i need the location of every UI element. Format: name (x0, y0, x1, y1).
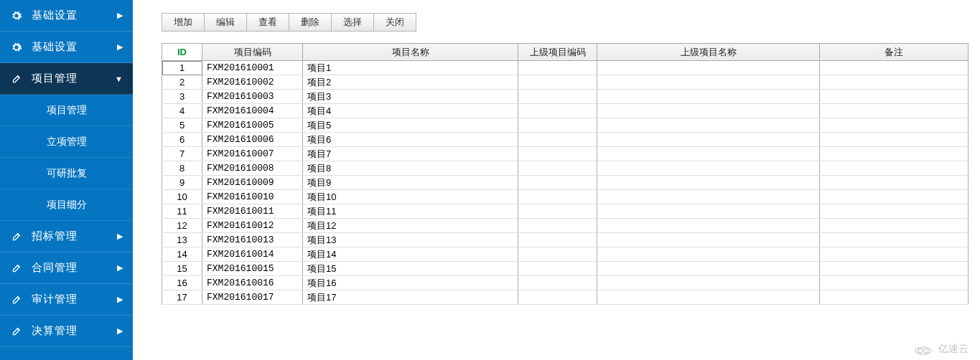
sub-item-0[interactable]: 项目管理 (0, 95, 133, 126)
cell-code: FXM201610004 (202, 104, 303, 118)
table-row[interactable]: 14FXM201610014项目14 (162, 247, 969, 262)
table-row[interactable]: 1FXM201610001项目1 (162, 61, 969, 75)
cell-pcode (518, 262, 597, 276)
edit-icon (10, 230, 23, 243)
col-parent-name[interactable]: 上级项目名称 (597, 44, 820, 61)
sidebar: 基础设置▶基础设置▶项目管理▼项目管理立项管理可研批复项目细分招标管理▶合同管理… (0, 0, 133, 360)
cell-code: FXM201610006 (202, 133, 303, 147)
nav-item-6[interactable]: 决算管理▶ (0, 316, 133, 347)
cell-pname (597, 61, 820, 75)
col-remark[interactable]: 备注 (820, 44, 969, 61)
table-row[interactable]: 10FXM201610010项目10 (162, 190, 969, 204)
cell-remark (820, 61, 969, 75)
cell-name: 项目4 (303, 104, 518, 118)
cell-pname (597, 262, 820, 276)
cell-id: 17 (162, 290, 202, 305)
col-id[interactable]: ID (162, 44, 202, 61)
cell-pcode (518, 104, 597, 118)
btn-增加[interactable]: 增加 (162, 13, 205, 32)
cell-name: 项目9 (303, 176, 518, 190)
cell-name: 项目3 (303, 90, 518, 104)
cell-code: FXM201610007 (202, 147, 303, 161)
cell-name: 项目16 (303, 276, 518, 290)
main-area: 增加编辑查看删除选择关闭 ID 项目编码 项目名称 上级项目编码 上级项目名称 … (133, 0, 980, 360)
grid-header: ID 项目编码 项目名称 上级项目编码 上级项目名称 备注 (162, 44, 969, 61)
btn-选择[interactable]: 选择 (331, 13, 374, 32)
cell-pname (597, 90, 820, 104)
cell-pcode (518, 204, 597, 219)
table-row[interactable]: 2FXM201610002项目2 (162, 75, 969, 90)
watermark: 亿速云 (914, 343, 969, 356)
cell-pcode (518, 147, 597, 161)
cell-name: 项目6 (303, 133, 518, 147)
cell-pcode (518, 118, 597, 133)
btn-关闭[interactable]: 关闭 (373, 13, 416, 32)
cell-pcode (518, 190, 597, 204)
sub-items: 项目管理立项管理可研批复项目细分 (0, 95, 133, 221)
cell-pname (597, 147, 820, 161)
btn-编辑[interactable]: 编辑 (204, 13, 247, 32)
table-row[interactable]: 16FXM201610016项目16 (162, 276, 969, 290)
table-row[interactable]: 5FXM201610005项目5 (162, 118, 969, 133)
nav-item-0[interactable]: 基础设置▶ (0, 0, 133, 32)
cell-code: FXM201610011 (202, 204, 303, 219)
table-row[interactable]: 9FXM201610009项目9 (162, 176, 969, 190)
cell-remark (820, 161, 969, 176)
table-row[interactable]: 8FXM201610008项目8 (162, 161, 969, 176)
cell-pname (597, 104, 820, 118)
col-parent-code[interactable]: 上级项目编码 (518, 44, 597, 61)
nav-label: 基础设置 (32, 9, 117, 22)
cell-code: FXM201610016 (202, 276, 303, 290)
cell-name: 项目2 (303, 75, 518, 90)
col-name[interactable]: 项目名称 (303, 44, 518, 61)
chevron-right-icon: ▶ (117, 326, 123, 336)
cell-id: 12 (162, 219, 202, 233)
table-row[interactable]: 3FXM201610003项目3 (162, 90, 969, 104)
cell-pname (597, 233, 820, 247)
nav-label: 合同管理 (32, 261, 117, 275)
table-row[interactable]: 4FXM201610004项目4 (162, 104, 969, 118)
cell-code: FXM201610005 (202, 118, 303, 133)
nav-item-4[interactable]: 合同管理▶ (0, 252, 133, 284)
cell-pcode (518, 161, 597, 176)
btn-删除[interactable]: 删除 (289, 13, 332, 32)
table-row[interactable]: 15FXM201610015项目15 (162, 262, 969, 276)
cell-name: 项目11 (303, 204, 518, 219)
nav-item-2[interactable]: 项目管理▼ (0, 63, 133, 95)
cell-name: 项目10 (303, 190, 518, 204)
table-row[interactable]: 7FXM201610007项目7 (162, 147, 969, 161)
nav-item-1[interactable]: 基础设置▶ (0, 32, 133, 63)
btn-查看[interactable]: 查看 (246, 13, 289, 32)
cell-id: 4 (162, 104, 202, 118)
cell-id: 14 (162, 247, 202, 262)
cell-pname (597, 176, 820, 190)
sub-item-1[interactable]: 立项管理 (0, 126, 133, 158)
chevron-down-icon: ▼ (115, 75, 123, 83)
col-code[interactable]: 项目编码 (202, 44, 303, 61)
cell-name: 项目13 (303, 233, 518, 247)
cell-pcode (518, 290, 597, 305)
toolbar: 增加编辑查看删除选择关闭 (162, 13, 969, 32)
table-row[interactable]: 6FXM201610006项目6 (162, 133, 969, 147)
nav-item-5[interactable]: 审计管理▶ (0, 284, 133, 316)
data-grid: ID 项目编码 项目名称 上级项目编码 上级项目名称 备注 1FXM201610… (162, 43, 969, 305)
cell-code: FXM201610001 (202, 61, 303, 75)
table-row[interactable]: 17FXM201610017项目17 (162, 290, 969, 305)
sub-item-3[interactable]: 项目细分 (0, 189, 133, 221)
table-row[interactable]: 13FXM201610013项目13 (162, 233, 969, 247)
cell-remark (820, 133, 969, 147)
cell-id: 7 (162, 147, 202, 161)
cell-pcode (518, 133, 597, 147)
cell-remark (820, 262, 969, 276)
nav-item-3[interactable]: 招标管理▶ (0, 221, 133, 252)
cell-id: 5 (162, 118, 202, 133)
sub-item-2[interactable]: 可研批复 (0, 158, 133, 189)
nav-label: 审计管理 (32, 293, 117, 306)
table-row[interactable]: 11FXM201610011项目11 (162, 204, 969, 219)
cell-code: FXM201610002 (202, 75, 303, 90)
cell-id: 16 (162, 276, 202, 290)
cell-name: 项目12 (303, 219, 518, 233)
cell-name: 项目17 (303, 290, 518, 305)
cell-pcode (518, 276, 597, 290)
table-row[interactable]: 12FXM201610012项目12 (162, 219, 969, 233)
